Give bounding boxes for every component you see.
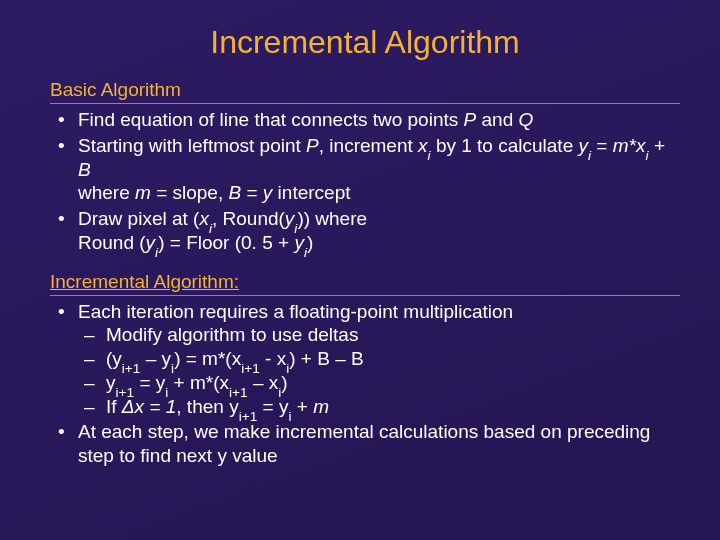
- text: (y: [106, 348, 122, 369]
- text: , Round(: [212, 208, 285, 229]
- bullet-i1: Each iteration requires a floating-point…: [50, 300, 680, 419]
- var-P: P: [306, 135, 319, 156]
- slide: Incremental Algorithm Basic Algorithm Fi…: [0, 0, 720, 540]
- expr-dx: Δx = 1: [122, 396, 176, 417]
- expr-mx: m*x: [613, 135, 646, 156]
- basic-bullets: Find equation of line that connects two …: [50, 108, 680, 255]
- sub-i: i: [294, 221, 297, 236]
- bullet-i2: At each step, we make incremental calcul…: [50, 420, 680, 468]
- text: ) = m*(x: [174, 348, 241, 369]
- dash-3: yi+1 = yi + m*(xi+1 – xi): [78, 371, 680, 395]
- text: +: [291, 396, 313, 417]
- section-heading-incremental: Incremental Algorithm:: [50, 271, 680, 293]
- text: = slope,: [151, 182, 229, 203]
- text: - x: [260, 348, 286, 369]
- text: Starting with leftmost point: [78, 135, 306, 156]
- text: and: [476, 109, 518, 130]
- text: Round (: [78, 232, 146, 253]
- text: = y: [257, 396, 288, 417]
- text: )) where: [297, 208, 367, 229]
- sub-dashes: Modify algorithm to use deltas (yi+1 – y…: [78, 323, 680, 418]
- var-y: y: [146, 232, 156, 253]
- text: y: [106, 372, 116, 393]
- bullet-2: Starting with leftmost point P, incremen…: [50, 134, 680, 205]
- divider: [50, 295, 680, 296]
- dash-1: Modify algorithm to use deltas: [78, 323, 680, 347]
- sub-i: i: [209, 221, 212, 236]
- var-Q: Q: [518, 109, 533, 130]
- section-heading-basic: Basic Algorithm: [50, 79, 680, 101]
- text: = y: [134, 372, 165, 393]
- text: – y: [140, 348, 171, 369]
- sub-i: i: [155, 245, 158, 260]
- text: by 1 to calculate: [431, 135, 579, 156]
- sub-i: i: [428, 148, 431, 163]
- var-B: B: [229, 182, 242, 203]
- text: ) = Floor (0. 5 +: [158, 232, 294, 253]
- sub-i: i: [588, 148, 591, 163]
- var-y: y: [578, 135, 588, 156]
- text: ) + B – B: [289, 348, 363, 369]
- var-P: P: [464, 109, 477, 130]
- text: ): [281, 372, 287, 393]
- var-x: x: [199, 208, 209, 229]
- text: + m*(x: [168, 372, 229, 393]
- var-m: m: [135, 182, 151, 203]
- bullet-3-line2: Round (yi) = Floor (0. 5 + yi): [78, 231, 680, 255]
- var-y: y: [285, 208, 295, 229]
- text: Each iteration requires a floating-point…: [78, 301, 513, 322]
- incremental-bullets: Each iteration requires a floating-point…: [50, 300, 680, 468]
- text: where: [78, 182, 135, 203]
- text: – x: [248, 372, 279, 393]
- text: intercept: [272, 182, 350, 203]
- var-x: x: [418, 135, 428, 156]
- var-y: y: [263, 182, 273, 203]
- slide-title: Incremental Algorithm: [50, 24, 680, 61]
- text: Find equation of line that connects two …: [78, 109, 464, 130]
- text: If: [106, 396, 122, 417]
- sub-i: i: [304, 245, 307, 260]
- text: =: [241, 182, 263, 203]
- bullet-3: Draw pixel at (xi, Round(yi)) where Roun…: [50, 207, 680, 255]
- text: , then y: [176, 396, 238, 417]
- divider: [50, 103, 680, 104]
- dash-4: If Δx = 1, then yi+1 = yi + m: [78, 395, 680, 419]
- text: Draw pixel at (: [78, 208, 199, 229]
- bullet-1: Find equation of line that connects two …: [50, 108, 680, 132]
- var-m: m: [313, 396, 329, 417]
- dash-2: (yi+1 – yi) = m*(xi+1 - xi) + B – B: [78, 347, 680, 371]
- text: =: [591, 135, 613, 156]
- text: , increment: [319, 135, 418, 156]
- bullet-2-line2: where m = slope, B = y intercept: [78, 181, 680, 205]
- text: ): [307, 232, 313, 253]
